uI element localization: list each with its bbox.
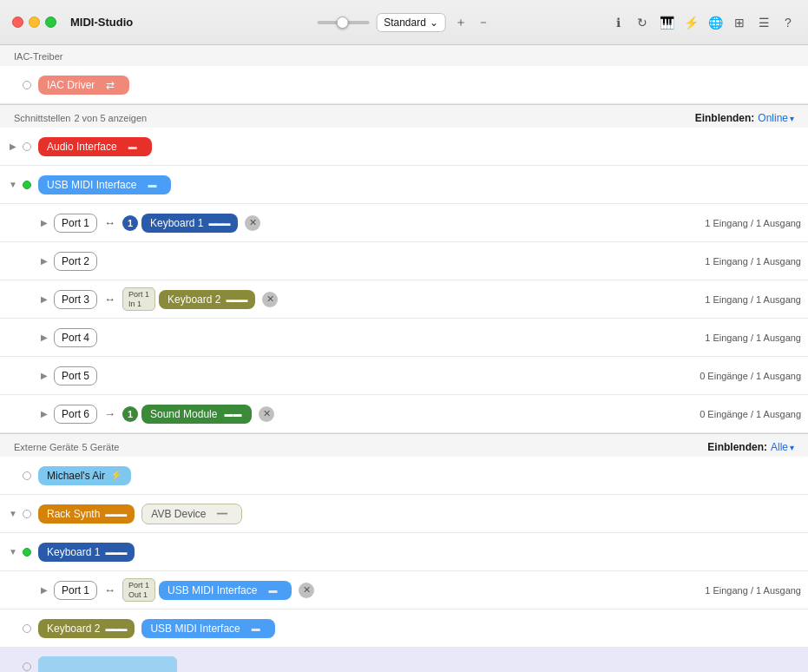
rack-synth-chevron[interactable]: ▼ [7, 508, 19, 520]
port-6-chip[interactable]: Port 6 [54, 405, 97, 424]
keyboard-2-chip[interactable]: Keyboard 2 ▬▬▬ [159, 290, 255, 309]
app-title: MIDI-Studio [70, 16, 133, 29]
port-6-remove-button[interactable]: ✕ [259, 406, 274, 422]
traffic-lights [12, 16, 56, 28]
usb-midi-bullet [23, 181, 31, 189]
chevron-icon: ⌄ [430, 16, 438, 29]
bottom-partial-row [0, 648, 808, 672]
sound-module-chip[interactable]: Sound Module ▬▬ [141, 405, 252, 424]
rack-synth-bullet [23, 510, 31, 518]
toolbar-center: Standard ⌄ ＋ － [317, 13, 491, 32]
interfaces-count: 2 von 5 anzeigen [74, 113, 147, 123]
ext-k1-port-1-remove-button[interactable]: ✕ [299, 583, 314, 598]
bluetooth-device-icon: ⚡ [110, 470, 122, 481]
port-5-chevron[interactable]: ▶ [38, 370, 50, 382]
usb-connector-icon: ▬ [122, 141, 143, 153]
usb-midi-row: ▼ USB MIDI Interface ▬ [0, 166, 808, 204]
port-5-info: 0 Eingänge / 1 Ausgang [645, 371, 801, 381]
chevron-down-icon: ▾ [790, 114, 794, 123]
bluetooth-icon[interactable]: ⚡ [683, 15, 699, 30]
iac-section-header: IAC-Treiber [0, 45, 808, 66]
keyboard-2-label: Keyboard 2 [168, 293, 220, 306]
port-2-chevron[interactable]: ▶ [38, 255, 50, 267]
audio-interface-chevron[interactable]: ▶ [7, 141, 19, 153]
port-2-row: ▶ Port 2 1 Eingang / 1 Ausgang [0, 242, 808, 280]
port-4-chip[interactable]: Port 4 [54, 328, 97, 347]
external-show: Einblenden: Alle ▾ [707, 441, 794, 453]
interfaces-show-label: Einblenden: [695, 112, 755, 124]
ext-k2-usb-icon: ▬ [246, 623, 266, 635]
port-4-row: ▶ Port 4 1 Eingang / 1 Ausgang [0, 319, 808, 357]
keyboard-1-label: Keyboard 1 [150, 217, 203, 229]
port-3-row: ▶ Port 3 ↔ Port 1In 1 Keyboard 2 ▬▬▬ ✕ 1… [0, 280, 808, 319]
sync-icon[interactable]: ↻ [634, 15, 650, 30]
help-icon[interactable]: ? [780, 15, 796, 30]
ext-keyboard-1-label: Keyboard 1 [47, 546, 100, 558]
iac-title: IAC-Treiber [14, 51, 62, 62]
ext-k1-usb-midi-label: USB MIDI Interface [168, 584, 257, 596]
external-section-header: Externe Geräte 5 Geräte Einblenden: Alle… [0, 434, 808, 457]
zoom-slider[interactable] [317, 21, 369, 24]
port-4-info: 1 Eingang / 1 Ausgang [645, 333, 801, 343]
usb-midi-chevron[interactable]: ▼ [7, 179, 19, 191]
remove-button[interactable]: － [476, 15, 491, 30]
port-4-chevron[interactable]: ▶ [38, 332, 50, 344]
port-2-chip[interactable]: Port 2 [54, 252, 97, 271]
sound-module-icon: ▬▬ [222, 408, 243, 420]
view-mode-dropdown[interactable]: Standard ⌄ [376, 13, 446, 32]
michaels-air-chip[interactable]: Michael's Air ⚡ [38, 466, 131, 485]
ext-k2-usb-chip[interactable]: USB MIDI Interface ▬ [141, 619, 274, 638]
usb-midi-chip[interactable]: USB MIDI Interface ▬ [38, 175, 171, 194]
piano-icon[interactable]: 🎹 [659, 15, 674, 30]
external-chevron-icon: ▾ [790, 443, 794, 452]
toolbar-right: ℹ ↻ 🎹 ⚡ 🌐 ⊞ ☰ ? [610, 15, 796, 30]
grid-icon[interactable]: ⊞ [732, 15, 747, 30]
ext-keyboard-1-chevron[interactable]: ▼ [7, 546, 19, 558]
port-6-badge: 1 [122, 406, 138, 422]
port-6-chevron[interactable]: ▶ [38, 408, 50, 420]
info-icon[interactable]: ℹ [610, 15, 626, 30]
audio-interface-chip[interactable]: Audio Interface ▬ [38, 137, 152, 156]
iac-status-bullet [23, 81, 31, 89]
port-5-chip[interactable]: Port 5 [54, 366, 97, 385]
rack-synth-chip[interactable]: Rack Synth ▬▬▬ [38, 504, 135, 524]
ext-k1-port-1-chevron[interactable]: ▶ [38, 584, 50, 596]
port-3-remove-button[interactable]: ✕ [262, 292, 278, 307]
port-1-chip[interactable]: Port 1 [54, 214, 97, 233]
maximize-button[interactable] [45, 16, 56, 28]
avb-device-chip[interactable]: AVB Device ━━ [141, 504, 241, 524]
port-3-chevron[interactable]: ▶ [38, 293, 50, 306]
minimize-button[interactable] [29, 16, 40, 28]
interfaces-show-value: Online [758, 112, 788, 124]
close-button[interactable] [12, 16, 23, 28]
add-button[interactable]: ＋ [453, 15, 469, 30]
iac-driver-icon: ⇄ [100, 79, 121, 91]
keyboard-1-icon: ▬▬▬ [208, 217, 229, 229]
iac-driver-chip[interactable]: IAC Driver ⇄ [38, 76, 129, 95]
external-show-dropdown[interactable]: Alle ▾ [771, 441, 794, 453]
port-5-row: ▶ Port 5 0 Eingänge / 1 Ausgang [0, 357, 808, 395]
list-icon[interactable]: ☰ [756, 15, 772, 30]
port-3-arrow: ↔ [104, 293, 115, 306]
michaels-air-row: Michael's Air ⚡ [0, 457, 808, 495]
audio-interface-label: Audio Interface [47, 141, 117, 153]
port-3-label: Port 3 [62, 293, 89, 306]
ext-keyboard-1-chip[interactable]: Keyboard 1 ▬▬▬ [38, 543, 135, 562]
interfaces-show-dropdown[interactable]: Online ▾ [758, 112, 794, 124]
usb-midi-label: USB MIDI Interface [47, 179, 136, 191]
usb-midi-connector-icon: ▬ [141, 179, 162, 191]
port-6-info: 0 Eingänge / 1 Ausgang [645, 409, 801, 419]
port-3-chip[interactable]: Port 3 [54, 290, 97, 309]
iac-driver-row: IAC Driver ⇄ [0, 66, 808, 104]
rack-synth-row: ▼ Rack Synth ▬▬▬ AVB Device ━━ [0, 495, 808, 533]
ext-k1-port-1-chip[interactable]: Port 1 [54, 581, 97, 600]
port-1-chevron[interactable]: ▶ [38, 217, 50, 229]
keyboard-1-chip[interactable]: Keyboard 1 ▬▬▬ [141, 214, 238, 233]
external-count: 5 Geräte [82, 442, 120, 452]
sound-module-label: Sound Module [150, 408, 217, 420]
ext-keyboard-1-bullet [23, 548, 31, 557]
port-1-remove-button[interactable]: ✕ [245, 215, 260, 231]
ext-keyboard-2-chip[interactable]: Keyboard 2 ▬▬▬ [38, 619, 135, 638]
ext-k1-usb-midi-chip[interactable]: USB MIDI Interface ▬ [159, 581, 292, 600]
globe-icon[interactable]: 🌐 [707, 15, 723, 30]
